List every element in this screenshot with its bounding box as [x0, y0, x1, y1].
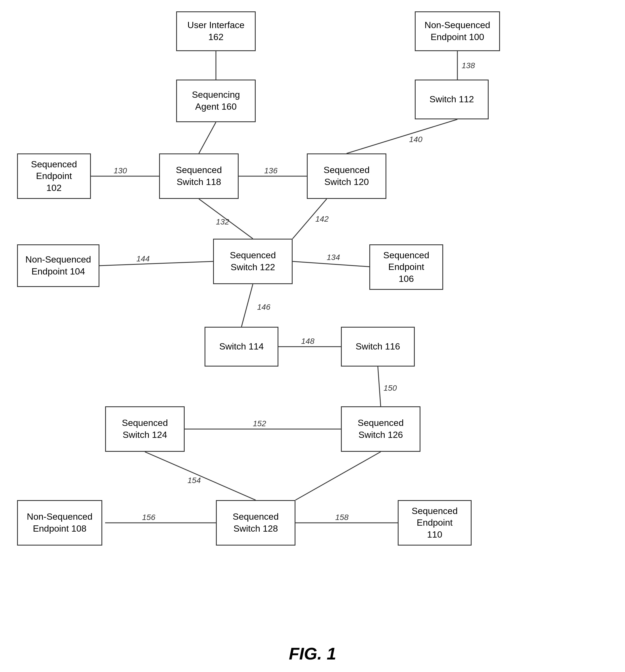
- svg-text:152: 152: [253, 419, 266, 428]
- svg-text:138: 138: [462, 61, 475, 70]
- node-sw116: Switch 116: [341, 327, 415, 366]
- svg-line-18: [241, 284, 253, 327]
- node-ui162: User Interface 162: [176, 11, 256, 51]
- svg-text:132: 132: [216, 217, 229, 226]
- svg-line-12: [293, 199, 327, 239]
- svg-text:148: 148: [301, 337, 314, 345]
- svg-line-3: [346, 119, 457, 153]
- svg-line-14: [99, 261, 213, 266]
- svg-text:130: 130: [114, 166, 127, 175]
- node-ssw126: SequencedSwitch 126: [341, 406, 420, 452]
- node-nse108: Non-SequencedEndpoint 108: [17, 500, 102, 546]
- node-se106: SequencedEndpoint106: [369, 244, 443, 290]
- svg-line-16: [293, 261, 375, 267]
- svg-text:146: 146: [257, 303, 270, 311]
- node-ssw128: SequencedSwitch 128: [216, 500, 295, 546]
- node-ssw122: SequencedSwitch 122: [213, 239, 293, 284]
- node-sa160: SequencingAgent 160: [176, 79, 256, 122]
- diagram: 138 140 130 132 136 142 144 134 1: [0, 0, 625, 625]
- node-ssw118: SequencedSwitch 118: [159, 153, 239, 199]
- svg-line-8: [199, 199, 253, 239]
- node-ns100: Non-SequencedEndpoint 100: [415, 11, 500, 51]
- svg-text:134: 134: [327, 253, 340, 262]
- node-sw114: Switch 114: [205, 327, 279, 366]
- svg-text:154: 154: [188, 476, 201, 485]
- node-se110: SequencedEndpoint110: [398, 500, 472, 546]
- svg-line-22: [378, 366, 381, 406]
- svg-text:142: 142: [315, 215, 329, 223]
- svg-text:136: 136: [264, 166, 278, 175]
- svg-text:156: 156: [142, 513, 155, 522]
- node-ssw120: SequencedSwitch 120: [307, 153, 386, 199]
- svg-line-28: [295, 452, 381, 500]
- svg-text:150: 150: [384, 384, 397, 392]
- svg-text:144: 144: [136, 254, 150, 263]
- figure-label: FIG. 1: [289, 644, 336, 664]
- node-sw112: Switch 112: [415, 79, 489, 119]
- svg-line-5: [199, 122, 216, 153]
- svg-text:158: 158: [335, 513, 348, 522]
- svg-text:140: 140: [409, 135, 423, 144]
- node-ssw124: SequencedSwitch 124: [105, 406, 185, 452]
- svg-line-26: [145, 452, 256, 500]
- node-se102: SequencedEndpoint102: [17, 153, 91, 199]
- node-nse104: Non-SequencedEndpoint 104: [17, 244, 99, 287]
